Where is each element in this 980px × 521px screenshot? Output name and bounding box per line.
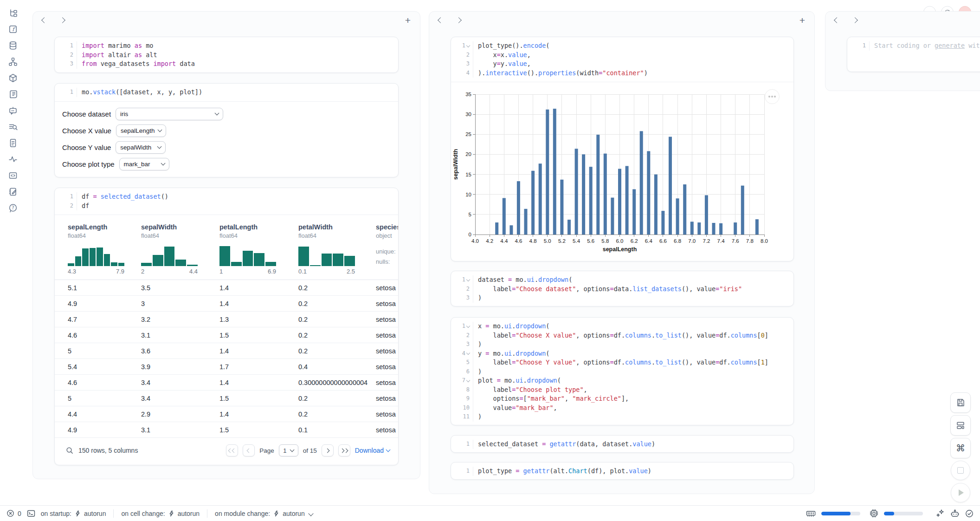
download-button[interactable]: Download <box>355 447 390 454</box>
on-cell-change-setting[interactable]: on cell change: autorun <box>121 510 200 517</box>
table-row[interactable]: 4.73.21.30.2setosa <box>55 312 398 327</box>
add-cell-button[interactable]: + <box>405 15 411 25</box>
fold-chevron-icon[interactable] <box>466 44 470 47</box>
connection-status-icon[interactable] <box>965 509 974 518</box>
generate-link[interactable]: generate <box>935 42 965 49</box>
dropdown-label: Choose plot type <box>62 160 115 168</box>
run-button[interactable] <box>951 483 970 502</box>
code-editor[interactable]: 1 Start coding or generate with AI <box>847 37 980 55</box>
file-tree-icon[interactable] <box>8 8 18 18</box>
svg-text:6.0: 6.0 <box>616 238 624 244</box>
code-editor[interactable]: 1selected_dataset = getattr(data, datase… <box>451 436 793 453</box>
column-prev-icon[interactable] <box>438 17 444 23</box>
editor-placeholder: Start coding or generate with AI <box>870 41 980 51</box>
first-page-button[interactable] <box>226 444 238 456</box>
line-number: 9 <box>451 394 473 404</box>
code-editor[interactable]: 1df = selected_dataset()2df <box>55 188 398 215</box>
code-editor[interactable]: 1plot_type().encode(2 x=x.value,3 y=y.va… <box>451 37 793 82</box>
help-icon[interactable]: ? <box>8 203 18 213</box>
stop-button[interactable] <box>951 461 970 480</box>
column-next-icon[interactable] <box>852 17 858 23</box>
save-icon[interactable] <box>950 392 971 413</box>
table-row[interactable]: 4.63.41.40.30000000000000004setosa <box>55 375 398 391</box>
code-editor[interactable]: 1plot_type = getattr(alt.Chart(df), plot… <box>451 462 793 480</box>
column-next-icon[interactable] <box>456 17 462 23</box>
fold-chevron-icon[interactable] <box>466 351 470 355</box>
table-column-header[interactable]: petalWidthfloat640.12.5 <box>298 222 376 275</box>
column-right-header <box>825 12 980 28</box>
snippets-icon[interactable] <box>8 170 18 181</box>
terminal-button[interactable] <box>27 509 35 518</box>
column-right: 1 Start coding or generate with AI <box>825 11 980 91</box>
on-startup-setting[interactable]: on startup: autorun <box>41 510 106 517</box>
x-value-dropdown[interactable]: sepalLength <box>116 124 166 137</box>
code-editor[interactable]: 1x = mo.ui.dropdown(2 label="Choose X va… <box>451 318 793 425</box>
table-row[interactable]: 5.13.51.40.2setosa <box>55 280 398 296</box>
page-select[interactable]: 1 <box>279 444 298 456</box>
command-palette-icon[interactable]: ⌘ <box>950 438 971 458</box>
column-prev-icon[interactable] <box>41 17 47 23</box>
altair-bar-chart[interactable]: 051015202530354.04.24.44.64.85.05.25.45.… <box>451 89 776 256</box>
table-row[interactable]: 4.63.11.50.2setosa <box>55 327 398 343</box>
dataset-dropdown[interactable]: iris <box>116 108 223 120</box>
table-column-header[interactable]: sepalWidthfloat6424.4 <box>141 222 219 275</box>
plot-type-dropdown[interactable]: mark_bar <box>119 158 169 170</box>
column-histogram <box>219 244 276 266</box>
y-value-dropdown[interactable]: sepalWidth <box>116 141 166 154</box>
chevron-down-icon <box>157 144 162 149</box>
table-row[interactable]: 4.93.11.50.1setosa <box>55 422 398 438</box>
code-editor[interactable]: 1import marimo as mo2import altair as al… <box>55 37 398 73</box>
table-row[interactable]: 4.931.40.2setosa <box>55 296 398 312</box>
chevron-down-icon <box>308 511 313 516</box>
errors-indicator[interactable]: 0 <box>6 509 21 517</box>
on-module-change-setting[interactable]: on module change: autorun <box>215 510 313 517</box>
memory-icon <box>806 509 816 518</box>
svg-text:4.8: 4.8 <box>529 238 537 244</box>
table-row[interactable]: 53.41.50.2setosa <box>55 391 398 406</box>
scratchpad-icon[interactable] <box>8 187 18 197</box>
table-row[interactable]: 4.42.91.40.2setosa <box>55 406 398 422</box>
table-header: sepalLengthfloat644.37.9sepalWidthfloat6… <box>55 215 398 280</box>
svg-text:6.8: 6.8 <box>674 238 681 244</box>
package-icon[interactable] <box>8 73 18 83</box>
chart-output: 051015202530354.04.24.44.64.85.05.25.45.… <box>451 82 793 258</box>
add-cell-button[interactable]: + <box>799 15 805 25</box>
dependency-graph-icon[interactable] <box>8 57 18 67</box>
fold-chevron-icon[interactable] <box>466 278 470 281</box>
line-number: 1 <box>55 41 77 51</box>
next-page-button[interactable] <box>322 444 334 456</box>
chevron-down-icon <box>161 161 165 166</box>
document-icon[interactable] <box>8 138 18 148</box>
table-row[interactable]: 5.43.91.70.4setosa <box>55 359 398 375</box>
table-row[interactable]: 53.61.40.2setosa <box>55 343 398 359</box>
chart-more-options-icon[interactable] <box>765 89 780 104</box>
fold-chevron-icon[interactable] <box>466 324 470 328</box>
layout-icon[interactable] <box>950 415 971 436</box>
database-icon[interactable] <box>8 40 18 51</box>
terminal-icon <box>27 509 35 518</box>
script-icon[interactable] <box>8 89 18 99</box>
column-next-icon[interactable] <box>59 17 65 23</box>
line-number: 7 <box>451 376 473 385</box>
table-column-header[interactable]: petalLengthfloat6416.9 <box>219 222 298 275</box>
chat-assistant-icon[interactable] <box>8 105 18 116</box>
svg-text:7.2: 7.2 <box>703 238 710 244</box>
table-column-header[interactable]: sepalLengthfloat644.37.9 <box>68 222 141 275</box>
ai-sparkles-icon[interactable] <box>936 509 945 518</box>
prev-page-button[interactable] <box>243 444 255 456</box>
last-page-button[interactable] <box>338 444 350 456</box>
stop-icon <box>957 467 964 474</box>
function-icon[interactable]: f <box>8 24 18 34</box>
code-editor[interactable]: 1mo.vstack([dataset, x, y, plot]) <box>55 84 398 101</box>
search-icon[interactable] <box>66 447 74 455</box>
svg-text:sepalWidth: sepalWidth <box>452 149 459 180</box>
assistant-bot-icon[interactable] <box>950 509 960 518</box>
activity-icon[interactable] <box>8 154 18 164</box>
status-bar: 0 on startup: autorun on cell change: au… <box>0 505 980 521</box>
svg-text:7.4: 7.4 <box>717 238 725 244</box>
table-column-header[interactable]: speciesobjectunique:nulls: <box>376 222 399 275</box>
code-editor[interactable]: 1dataset = mo.ui.dropdown(2 label="Choos… <box>451 271 793 306</box>
fold-chevron-icon[interactable] <box>466 378 470 382</box>
column-prev-icon[interactable] <box>834 17 840 23</box>
search-list-icon[interactable] <box>8 122 18 132</box>
